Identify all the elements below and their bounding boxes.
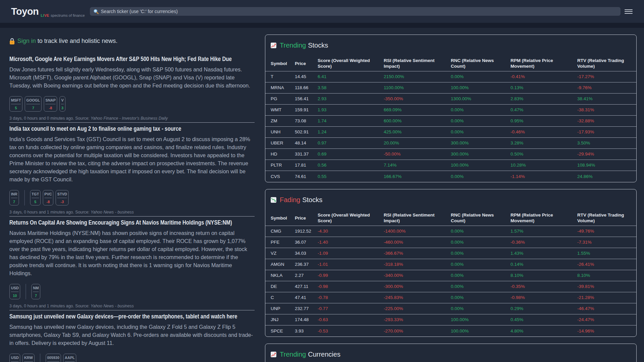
cell-value: 232.77 xyxy=(295,306,318,311)
article-title[interactable]: Samsung just unveiled new Galaxy devices… xyxy=(9,312,237,321)
page-content: Sign in to track live and holistic news.… xyxy=(0,28,644,362)
cell-value: 166.67% xyxy=(384,174,451,179)
app-tagline: LIVE spectrums of finance xyxy=(41,13,85,17)
chip-separator xyxy=(11,292,19,292)
ticker-symbol: INR xyxy=(11,192,17,196)
ticker-chip[interactable]: PVC-8 xyxy=(43,190,54,205)
ticker-symbol: PVC xyxy=(44,192,52,196)
card-title-accent: Trending xyxy=(280,42,306,49)
table-row[interactable]: UBER48.140.9720.00%300.00%3.28%3.50% xyxy=(265,138,636,149)
cell-value: 2150.00% xyxy=(384,74,451,79)
cell-symbol: HD xyxy=(271,152,295,157)
cell-value: 1300.00% xyxy=(451,96,511,102)
ticker-chip[interactable]: KRW xyxy=(22,354,34,362)
ticker-chip[interactable]: MSFT5 xyxy=(9,96,22,112)
search-bar[interactable] xyxy=(90,7,621,16)
hamburger-menu-icon[interactable] xyxy=(625,9,633,14)
table-row[interactable]: MRNA118.663.581100.00%100.00%0.13%-9.76% xyxy=(265,82,636,94)
ticker-chip[interactable]: SNAP-8 xyxy=(44,96,57,112)
column-header: RNC (Relative News Count) xyxy=(451,58,511,69)
cell-value: -366.67% xyxy=(384,251,451,256)
table-row[interactable]: PLTR17.810.567.14%100.00%10.28%108.94% xyxy=(265,160,636,171)
signin-link[interactable]: Sign in xyxy=(17,37,36,45)
cell-value: -4.30 xyxy=(318,229,384,234)
table-row[interactable]: JNJ174.48-0.63-293.33%100.00%0.45%-24.47… xyxy=(265,314,636,325)
article-title[interactable]: Returns On Capital Are Showing Encouragi… xyxy=(9,218,232,227)
table-row[interactable]: PG156.412.93-350.00%1300.00%2.83%38.41% xyxy=(265,94,636,105)
card-title-rest: Stocks xyxy=(302,196,322,204)
ticker-chip[interactable]: TGT5 xyxy=(30,190,41,205)
table-row[interactable]: UNP232.77-0.77-225.00%0.00%0.29%-46.47% xyxy=(265,303,636,314)
ticker-score: 5 xyxy=(15,106,17,110)
table-row[interactable]: NKLA2.27-0.99-340.00%0.00%8.10%8.10% xyxy=(265,270,636,281)
table-row[interactable]: WMT159.911.93669.09%0.00%0.47%-38.31% xyxy=(265,105,636,116)
cell-value: 10.28% xyxy=(511,163,577,168)
chip-separator xyxy=(65,361,75,362)
chip-separator xyxy=(26,104,40,104)
cell-value: 1.57% xyxy=(511,229,577,234)
cell-value: -340.00% xyxy=(384,273,451,278)
article-summary: Samsung has unveiled new Galaxy devices,… xyxy=(9,323,255,347)
cell-value: -9.76% xyxy=(577,85,631,90)
stock-cards-column: TrendingStocksSymbolPriceScore (Overall … xyxy=(265,28,637,362)
ticker-chip[interactable]: NM7 xyxy=(32,284,40,299)
ticker-score: 3 xyxy=(61,106,63,110)
table-row[interactable]: CMG1912.52-4.30-1400.00%0.00%1.57%-49.76… xyxy=(265,226,636,237)
ticker-chip[interactable]: V3 xyxy=(59,96,65,112)
chip-group-divider xyxy=(40,354,40,362)
cell-value: 600.00% xyxy=(384,118,451,124)
table-row[interactable]: PFE36.07-1.40-460.00%0.00%-0.36%-7.31% xyxy=(265,237,636,248)
article-title[interactable]: India tax council to meet on Aug 2 to fi… xyxy=(9,124,181,133)
cell-value: 8.10% xyxy=(511,273,577,278)
table-row[interactable]: C47.41-0.78-245.83%0.00%-0.98%-21.28% xyxy=(265,292,636,303)
cell-symbol: T xyxy=(271,74,295,79)
news-article: Returns On Capital Are Showing Encouragi… xyxy=(9,217,255,310)
table-row[interactable]: UNH502.911.24425.00%0.00%-0.46%-17.93% xyxy=(265,127,636,138)
table-row[interactable]: DE427.11-0.98-300.00%0.00%-0.35%-39.81% xyxy=(265,281,636,292)
article-source: Yahoo News - business xyxy=(91,303,134,308)
ticker-score: -8 xyxy=(49,106,52,110)
card-title-rest: Stocks xyxy=(308,42,328,49)
table-row[interactable]: T14.456.412150.00%0.00%-0.41%-17.27% xyxy=(265,71,636,82)
table-row[interactable]: SPCE3.93-0.53-270.00%100.00%4.80%-14.96% xyxy=(265,325,636,337)
ticker-chip-row: MSFT5GOOGL7SNAP-8V3 xyxy=(9,96,255,112)
ticker-chip[interactable]: GOOGL7 xyxy=(25,96,42,112)
search-input[interactable] xyxy=(101,9,617,14)
card-title-trending-currencies: TrendingCurrencies xyxy=(265,344,636,362)
table-header-row: SymbolPriceScore (Overall Weighted Score… xyxy=(265,210,636,226)
cell-value: -350.00% xyxy=(384,96,451,102)
ticker-chip[interactable]: INR7 xyxy=(9,190,19,205)
cell-value: -293.33% xyxy=(384,317,451,322)
cell-value: 669.09% xyxy=(384,107,451,113)
ticker-chip[interactable]: 005930 xyxy=(46,354,61,362)
ticker-symbol: USD xyxy=(11,356,19,360)
ticker-chip[interactable]: USD xyxy=(9,354,20,362)
ticker-chip[interactable]: AAPL xyxy=(63,354,76,362)
cell-value: 3.28% xyxy=(511,140,577,146)
table-row[interactable]: AMGN236.37-1.01-318.18%0.00%0.14%-26.41% xyxy=(265,259,636,270)
ticker-symbol: KRW xyxy=(24,356,33,360)
tagline-text: spectrums of finance xyxy=(51,13,85,17)
article-summary: Dow Jones futures fell slightly early We… xyxy=(9,66,255,90)
cell-value: -0.78 xyxy=(318,295,384,300)
article-title[interactable]: Microsoft, Google Are Key Earnings Mover… xyxy=(9,55,232,63)
cell-symbol: PG xyxy=(271,96,295,102)
cell-value: -0.63 xyxy=(318,317,384,322)
ticker-symbol: TGT xyxy=(32,192,39,196)
signin-text: to track live and holistic news. xyxy=(38,37,118,45)
table-row[interactable]: CVS74.610.55166.67%0.00%-1.14%24.86% xyxy=(265,171,636,182)
ticker-chip[interactable]: USD10 xyxy=(9,284,20,299)
cell-symbol: CVS xyxy=(271,174,295,179)
table-row[interactable]: HD331.370.69-50.00%300.00%0.50%-29.94% xyxy=(265,149,636,160)
chip-group-divider xyxy=(26,284,26,299)
article-meta: 3 days, 0 hours and 0 minutes ago. Sourc… xyxy=(9,116,255,121)
chip-group-divider xyxy=(24,190,24,205)
ticker-chip[interactable]: STVD-3 xyxy=(56,190,69,205)
table-row[interactable]: ZM73.081.74600.00%0.00%0.95%-32.88% xyxy=(265,116,636,127)
cell-symbol: PLTR xyxy=(271,163,295,168)
column-header: RSI (Relative Sentiment Impact) xyxy=(384,212,451,224)
cell-value: 0.00% xyxy=(451,273,511,278)
lock-icon xyxy=(9,38,15,45)
table-row[interactable]: VZ34.03-1.09-366.67%0.00%1.43%1.55% xyxy=(265,248,636,259)
cell-value: 0.95% xyxy=(511,118,577,124)
